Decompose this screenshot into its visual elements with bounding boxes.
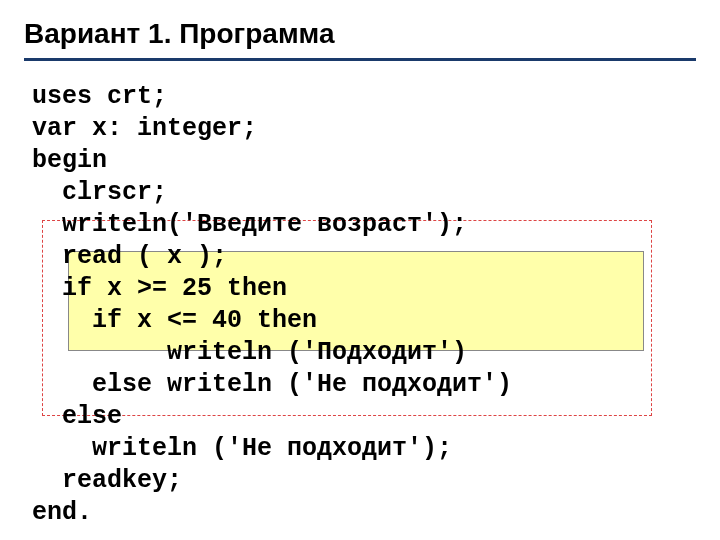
code-line: readkey;: [32, 466, 182, 495]
code-line: begin: [32, 146, 107, 175]
code-line: if x <= 40 then: [32, 306, 317, 335]
code-line: var x: integer;: [32, 114, 257, 143]
code-line: writeln ('Подходит'): [32, 338, 467, 367]
code-line: clrscr;: [32, 178, 167, 207]
code-line: read ( x );: [32, 242, 227, 271]
slide-title: Вариант 1. Программа: [24, 18, 696, 61]
code-line: end.: [32, 498, 92, 527]
code-line: writeln('Введите возраст');: [32, 210, 467, 239]
pascal-code-block: uses crt; var x: integer; begin clrscr; …: [24, 79, 696, 531]
code-line: writeln ('Не подходит');: [32, 434, 452, 463]
code-line: else writeln ('Не подходит'): [32, 370, 512, 399]
code-line: else: [32, 402, 122, 431]
code-line: if x >= 25 then: [32, 274, 287, 303]
code-line: uses crt;: [32, 82, 167, 111]
